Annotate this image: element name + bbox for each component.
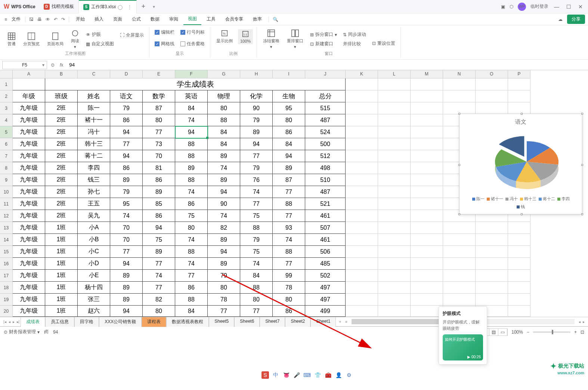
cell[interactable]	[443, 294, 476, 306]
search-icon[interactable]: 🔍	[271, 15, 280, 24]
sheet-tab[interactable]: Sheet7	[260, 317, 285, 327]
row-header[interactable]: 16	[0, 258, 13, 270]
row-header[interactable]: 11	[0, 198, 13, 210]
cell[interactable]: 73	[143, 138, 175, 150]
cell[interactable]: 88	[240, 222, 273, 234]
cell[interactable]	[346, 174, 378, 186]
cell[interactable]: 84	[175, 102, 208, 114]
cell[interactable]	[411, 222, 443, 234]
cell[interactable]: 2班	[45, 126, 78, 138]
tab-list-icon[interactable]: ▾	[153, 4, 155, 9]
cell[interactable]: 86	[143, 174, 175, 186]
cell[interactable]: 88	[175, 138, 208, 150]
col-header[interactable]: L	[378, 70, 411, 78]
page-layout-button[interactable]: 页面布局	[45, 31, 66, 47]
cell[interactable]: 79	[208, 270, 240, 282]
header-cell[interactable]	[508, 90, 530, 102]
menu-start[interactable]: 开始	[71, 14, 89, 25]
eye-care-button[interactable]: 👁护眼	[84, 31, 115, 38]
cell[interactable]: 88	[175, 174, 208, 186]
share-button[interactable]: 分享	[567, 15, 585, 24]
cell[interactable]: 77	[240, 306, 273, 317]
row-header[interactable]: 20	[0, 306, 13, 317]
cell[interactable]: 86	[110, 114, 143, 126]
cell[interactable]: 九年级	[13, 306, 45, 317]
header-cell[interactable]: 姓名	[78, 90, 110, 102]
ime-lang-icon[interactable]: 中	[272, 371, 279, 379]
cell[interactable]: 79	[110, 102, 143, 114]
col-header[interactable]: M	[411, 70, 443, 78]
reading-button[interactable]: 阅读 ▾	[69, 28, 81, 50]
cell[interactable]: 512	[305, 150, 346, 162]
arrange-button[interactable]: 重排窗口 ▾	[285, 28, 306, 50]
cell[interactable]: 74	[175, 186, 208, 198]
menu-icon[interactable]: ≡	[3, 15, 9, 24]
cell[interactable]	[378, 282, 411, 294]
cell[interactable]	[476, 258, 508, 270]
cell[interactable]: 76	[240, 174, 273, 186]
cell[interactable]: 九年级	[13, 234, 45, 246]
tab-templates[interactable]: D 找稻壳模板	[39, 0, 79, 13]
header-cell[interactable]	[411, 90, 443, 102]
cell[interactable]: 2班	[45, 150, 78, 162]
normal-view-button[interactable]: 普通	[5, 31, 18, 47]
header-cell[interactable]	[346, 90, 378, 102]
cell[interactable]	[378, 270, 411, 282]
cell[interactable]: 80	[208, 102, 240, 114]
cell[interactable]: 74	[208, 162, 240, 174]
cell[interactable]: 89	[110, 270, 143, 282]
zoom-icon[interactable]: ⊙	[49, 62, 56, 68]
cell[interactable]: 81	[143, 162, 175, 174]
cell[interactable]	[508, 258, 530, 270]
sheet-tab[interactable]: Sheet2	[285, 317, 310, 327]
cell[interactable]: 九年级	[13, 186, 45, 198]
col-header[interactable]: O	[476, 70, 508, 78]
cell[interactable]	[476, 294, 508, 306]
cell[interactable]: 86	[110, 162, 143, 174]
cell[interactable]	[378, 246, 411, 258]
col-header[interactable]: G	[208, 70, 240, 78]
cell[interactable]	[13, 78, 45, 90]
cell[interactable]: 77	[273, 210, 305, 222]
cell[interactable]	[346, 222, 378, 234]
cell[interactable]: 杨十四	[78, 282, 110, 294]
cell[interactable]: 赵六	[78, 306, 110, 317]
cell[interactable]: 88	[273, 198, 305, 210]
cell[interactable]: 74	[110, 210, 143, 222]
preview-icon[interactable]: 👁	[44, 15, 52, 24]
cell[interactable]: 86	[175, 198, 208, 210]
zoom-out-icon[interactable]: −	[527, 329, 529, 335]
cell[interactable]: 九年级	[13, 150, 45, 162]
cell[interactable]: 498	[305, 162, 346, 174]
cell[interactable]	[443, 282, 476, 294]
cell[interactable]: 88	[273, 246, 305, 258]
cell[interactable]	[476, 102, 508, 114]
cube-icon[interactable]: ⬡	[510, 4, 513, 9]
cell[interactable]	[378, 138, 411, 150]
row-header[interactable]: 9	[0, 174, 13, 186]
cell[interactable]: 75	[240, 210, 273, 222]
row-header[interactable]: 19	[0, 294, 13, 306]
cell[interactable]	[508, 102, 530, 114]
cell[interactable]: 94	[208, 186, 240, 198]
cell[interactable]: 九年级	[13, 294, 45, 306]
sheet-tab[interactable]: Sheet1	[310, 317, 336, 327]
cell[interactable]: 2班	[45, 174, 78, 186]
cell[interactable]	[346, 186, 378, 198]
nav-next-icon[interactable]: ▸	[12, 320, 16, 324]
cell[interactable]	[411, 282, 443, 294]
cell[interactable]: 77	[273, 258, 305, 270]
sogou-icon[interactable]: S	[261, 371, 269, 379]
cell[interactable]: 510	[305, 174, 346, 186]
cell[interactable]: 500	[305, 138, 346, 150]
cell[interactable]: 九年级	[13, 102, 45, 114]
header-cell[interactable]: 语文	[110, 90, 143, 102]
cell[interactable]: 1班	[45, 282, 78, 294]
cell[interactable]: 487	[305, 114, 346, 126]
cell[interactable]: 九年级	[13, 210, 45, 222]
cell[interactable]: 86	[273, 306, 305, 317]
header-cell[interactable]: 物理	[208, 90, 240, 102]
cell[interactable]: 89	[110, 294, 143, 306]
cell[interactable]: 94	[208, 246, 240, 258]
cell[interactable]	[378, 222, 411, 234]
